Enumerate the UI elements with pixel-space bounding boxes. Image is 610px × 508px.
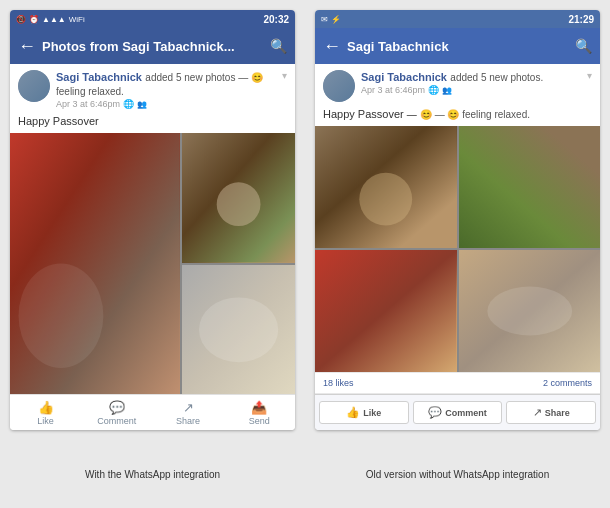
right-content: Sagi Tabachnick added 5 new photos. ▾ Ap…: [315, 64, 600, 394]
svg-rect-8: [459, 126, 601, 248]
svg-rect-9: [315, 250, 457, 372]
left-status-time: 20:32: [263, 14, 289, 25]
left-photo-grid[interactable]: [10, 133, 295, 394]
left-wifi-icon: WiFi: [69, 15, 85, 24]
left-caption: With the WhatsApp integration: [0, 464, 305, 498]
left-post-username[interactable]: Sagi Tabachnick: [56, 71, 142, 83]
right-photo-grid[interactable]: [315, 126, 600, 372]
right-photo-top-right[interactable]: [459, 126, 601, 248]
left-share-label: Share: [176, 416, 200, 426]
left-send-label: Send: [249, 416, 270, 426]
right-status-icons: ✉ ⚡: [321, 15, 341, 24]
left-post-time-text: Apr 3 at 6:46pm: [56, 99, 120, 109]
left-nav-title: Photos from Sagi Tabachnick...: [42, 39, 264, 54]
left-post-message: Happy Passover: [18, 115, 99, 127]
left-share-icon: ↗: [183, 400, 194, 415]
left-photo-bottom-right[interactable]: [182, 265, 295, 395]
svg-point-3: [216, 182, 260, 226]
left-like-button[interactable]: 👍 Like: [10, 396, 81, 430]
right-status-bar: ✉ ⚡ 21:29: [315, 10, 600, 28]
left-alarm-icon: ⏰: [29, 15, 39, 24]
left-photo-top-right[interactable]: [182, 133, 295, 263]
right-comment-button[interactable]: 💬 Comment: [413, 401, 503, 424]
captions-container: With the WhatsApp integration Old versio…: [0, 460, 610, 502]
right-like-label: Like: [363, 408, 381, 418]
left-send-icon: 📤: [251, 400, 267, 415]
right-avatar-image: [323, 70, 355, 102]
right-back-button[interactable]: ←: [323, 37, 341, 55]
left-status-bar: 📵 ⏰ ▲▲▲ WiFi 20:32: [10, 10, 295, 28]
right-nav-bar: ← Sagi Tabachnick 🔍: [315, 28, 600, 64]
right-like-button[interactable]: 👍 Like: [319, 401, 409, 424]
phones-container: 📵 ⏰ ▲▲▲ WiFi 20:32 ← Photos from Sagi Ta…: [0, 0, 610, 460]
right-status-time: 21:29: [568, 14, 594, 25]
left-nav-bar: ← Photos from Sagi Tabachnick... 🔍: [10, 28, 295, 64]
right-post-time-text: Apr 3 at 6:46pm: [361, 85, 425, 95]
left-status-icons: 📵 ⏰ ▲▲▲ WiFi: [16, 15, 85, 24]
right-photo-bottom-right[interactable]: [459, 250, 601, 372]
left-signal-icon: ▲▲▲: [42, 15, 66, 24]
right-feeling-text: — 😊 feeling relaxed.: [435, 109, 530, 120]
right-nav-title: Sagi Tabachnick: [347, 39, 569, 54]
right-likes-text[interactable]: 18 likes: [323, 378, 543, 388]
left-content: Sagi Tabachnick added 5 new photos — 😊 f…: [10, 64, 295, 394]
svg-point-11: [487, 287, 572, 336]
right-like-icon: 👍: [346, 406, 360, 419]
right-phone: ✉ ⚡ 21:29 ← Sagi Tabachnick 🔍: [305, 0, 610, 460]
right-feeling-emoji: — 😊: [407, 109, 432, 120]
left-photo-tall[interactable]: [10, 133, 180, 394]
right-phone-screen: ✉ ⚡ 21:29 ← Sagi Tabachnick 🔍: [315, 10, 600, 430]
right-bluetooth-icon: ⚡: [331, 15, 341, 24]
right-post-header: Sagi Tabachnick added 5 new photos. ▾ Ap…: [315, 64, 600, 106]
left-comment-icon: 💬: [109, 400, 125, 415]
right-comment-label: Comment: [445, 408, 487, 418]
left-phone: 📵 ⏰ ▲▲▲ WiFi 20:32 ← Photos from Sagi Ta…: [0, 0, 305, 460]
right-post-info: Sagi Tabachnick added 5 new photos. ▾ Ap…: [361, 70, 592, 95]
right-comments-text[interactable]: 2 comments: [543, 378, 592, 388]
right-likes-bar: 18 likes 2 comments: [315, 372, 600, 394]
right-action-bar: 👍 Like 💬 Comment ↗ Share: [315, 394, 600, 430]
left-post-globe-icon: 🌐: [123, 99, 134, 109]
left-phone-screen: 📵 ⏰ ▲▲▲ WiFi 20:32 ← Photos from Sagi Ta…: [10, 10, 295, 430]
right-share-icon: ↗: [533, 406, 542, 419]
svg-point-7: [359, 173, 412, 226]
right-caption: Old version without WhatsApp integration: [305, 464, 610, 498]
left-avatar-image: [18, 70, 50, 102]
left-comment-label: Comment: [97, 416, 136, 426]
left-share-button[interactable]: ↗ Share: [153, 396, 224, 430]
right-post-message: Happy Passover: [323, 108, 404, 120]
right-post-friends-icon: 👥: [442, 86, 452, 95]
left-like-icon: 👍: [38, 400, 54, 415]
right-post-username[interactable]: Sagi Tabachnick: [361, 71, 447, 83]
right-search-button[interactable]: 🔍: [575, 38, 592, 54]
left-avatar: [18, 70, 50, 102]
right-share-label: Share: [545, 408, 570, 418]
right-post-time: Apr 3 at 6:46pm 🌐 👥: [361, 85, 592, 95]
right-message-icon: ✉: [321, 15, 328, 24]
right-photo-top-left[interactable]: [315, 126, 457, 248]
right-share-button[interactable]: ↗ Share: [506, 401, 596, 424]
left-action-bar: 👍 Like 💬 Comment ↗ Share 📤 Send: [10, 394, 295, 430]
left-search-button[interactable]: 🔍: [270, 38, 287, 54]
left-back-button[interactable]: ←: [18, 37, 36, 55]
right-post-globe-icon: 🌐: [428, 85, 439, 95]
left-send-button[interactable]: 📤 Send: [224, 396, 295, 430]
right-avatar: [323, 70, 355, 102]
left-post-chevron[interactable]: ▾: [282, 70, 287, 81]
left-post-header: Sagi Tabachnick added 5 new photos — 😊 f…: [10, 64, 295, 113]
left-post-time: Apr 3 at 6:46pm 🌐 👥: [56, 99, 287, 109]
right-post-action: added 5 new photos.: [450, 72, 543, 83]
left-post-friends-icon: 👥: [137, 100, 147, 109]
left-silent-icon: 📵: [16, 15, 26, 24]
left-like-label: Like: [37, 416, 54, 426]
left-post-info: Sagi Tabachnick added 5 new photos — 😊 f…: [56, 70, 287, 109]
left-post-text: Happy Passover: [10, 113, 295, 133]
right-post-text: Happy Passover — 😊 — 😊 feeling relaxed.: [315, 106, 600, 126]
right-comment-icon: 💬: [428, 406, 442, 419]
right-post-chevron[interactable]: ▾: [587, 70, 592, 81]
svg-point-1: [18, 264, 103, 368]
left-comment-button[interactable]: 💬 Comment: [81, 396, 152, 430]
right-photo-bottom-left[interactable]: [315, 250, 457, 372]
svg-point-5: [199, 297, 278, 362]
